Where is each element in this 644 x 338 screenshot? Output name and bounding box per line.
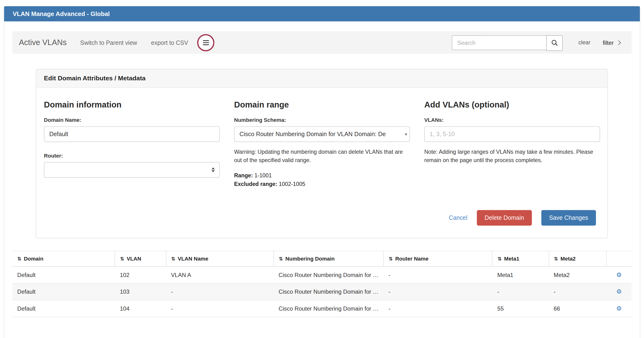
sort-icon: ⇅ — [279, 256, 283, 261]
cell-domain: Default — [12, 283, 115, 300]
column-label: VLAN Name — [178, 256, 208, 262]
cell-vlan: 104 — [115, 300, 166, 317]
numbering-warning-text: Warning: Updating the numbering domain c… — [234, 148, 410, 165]
select-stepper-icon — [212, 167, 215, 172]
excluded-range-label: Excluded range: — [234, 181, 277, 187]
column-header-numbering-domain[interactable]: ⇅Numbering Domain — [274, 251, 383, 266]
excluded-range-value: 1002-1005 — [277, 181, 305, 187]
numbering-schema-value: Cisco Router Numbering Domain for VLAN D… — [240, 131, 392, 138]
cell-vlan-name: - — [166, 300, 274, 317]
search-input[interactable] — [452, 35, 546, 50]
column-header-vlan-name[interactable]: ⇅VLAN Name — [166, 251, 274, 266]
cell-numbering-domain: Cisco Router Numbering Domain for … — [274, 266, 383, 283]
sort-icon: ⇅ — [388, 256, 393, 261]
edit-domain-panel-title: Edit Domain Attributes / Metadata — [36, 69, 607, 88]
delete-domain-button[interactable]: Delete Domain — [477, 210, 532, 225]
gear-icon[interactable]: ⚙ — [616, 305, 622, 312]
cell-meta1: Meta1 — [492, 266, 549, 283]
table-body: Default 102 VLAN A Cisco Router Numberin… — [12, 266, 632, 317]
page: VLAN Manage Advanced - Global Active VLA… — [0, 6, 644, 338]
vlans-label: VLANs: — [424, 117, 600, 123]
domain-information-section: Domain information Domain Name: Router: — [44, 98, 220, 188]
table-header: ⇅Domain ⇅VLAN ⇅VLAN Name ⇅Numbering Doma… — [12, 251, 632, 266]
column-header-actions — [606, 251, 632, 266]
vlans-table: ⇅Domain ⇅VLAN ⇅VLAN Name ⇅Numbering Doma… — [12, 251, 632, 317]
column-header-vlan[interactable]: ⇅VLAN — [115, 251, 166, 266]
vlans-note-text: Note: Adding large ranges of VLANs may t… — [424, 148, 600, 165]
cell-vlan-name: VLAN A — [166, 266, 274, 283]
router-label: Router: — [44, 153, 220, 159]
cell-vlan: 103 — [115, 283, 166, 300]
cell-router-name: - — [384, 300, 492, 317]
column-label: Router Name — [395, 256, 428, 262]
column-label: Meta1 — [504, 256, 519, 262]
router-select[interactable] — [44, 162, 220, 177]
column-header-meta1[interactable]: ⇅Meta1 — [492, 251, 549, 266]
domain-information-heading: Domain information — [44, 100, 220, 110]
numbering-schema-select[interactable]: Cisco Router Numbering Domain for VLAN D… — [234, 126, 410, 142]
cell-domain: Default — [12, 300, 115, 317]
cell-numbering-domain: Cisco Router Numbering Domain for … — [274, 283, 383, 300]
add-vlans-heading: Add VLANs (optional) — [424, 100, 600, 110]
page-title: Active VLANs — [19, 38, 66, 47]
edit-domain-panel-body: Domain information Domain Name: Router: — [36, 88, 607, 238]
cell-vlan-name: - — [166, 283, 274, 300]
cell-meta2: Meta2 — [549, 266, 606, 283]
column-label: VLAN — [127, 256, 141, 262]
cell-domain: Default — [12, 266, 115, 283]
main-card: VLAN Manage Advanced - Global Active VLA… — [4, 6, 640, 338]
range-label: Range: — [234, 172, 253, 178]
cell-meta1: 55 — [492, 300, 549, 317]
range-info: Range: 1-1001 Excluded range: 1002-1005 — [234, 171, 410, 188]
hamburger-menu-icon[interactable] — [197, 34, 214, 51]
filter-link[interactable]: filter — [603, 39, 620, 46]
sort-icon: ⇅ — [17, 256, 21, 261]
edit-domain-columns: Domain information Domain Name: Router: — [44, 98, 600, 188]
save-changes-button[interactable]: Save Changes — [541, 210, 596, 225]
sort-icon: ⇅ — [554, 256, 558, 261]
window-title: VLAN Manage Advanced - Global — [4, 6, 640, 21]
domain-name-field[interactable] — [44, 126, 220, 142]
vlans-field[interactable] — [424, 126, 600, 142]
cell-meta1: - — [492, 283, 549, 300]
toolbar: Active VLANs Switch to Parent view expor… — [12, 31, 632, 54]
gear-icon[interactable]: ⚙ — [616, 288, 622, 295]
column-header-meta2[interactable]: ⇅Meta2 — [549, 251, 606, 266]
add-vlans-section: Add VLANs (optional) VLANs: Note: Adding… — [424, 98, 600, 188]
column-header-domain[interactable]: ⇅Domain — [12, 251, 115, 266]
card-body: Active VLANs Switch to Parent view expor… — [4, 21, 640, 338]
domain-range-section: Domain range Numbering Schema: Cisco Rou… — [234, 98, 410, 188]
excluded-range-line: Excluded range: 1002-1005 — [234, 180, 410, 188]
domain-range-heading: Domain range — [234, 100, 410, 110]
cell-router-name: - — [384, 266, 492, 283]
sort-icon: ⇅ — [120, 256, 124, 261]
cell-vlan: 102 — [115, 266, 166, 283]
cell-meta2: 66 — [549, 300, 606, 317]
search-group — [452, 35, 563, 50]
numbering-schema-label: Numbering Schema: — [234, 117, 410, 123]
sort-icon: ⇅ — [171, 256, 175, 261]
gear-icon[interactable]: ⚙ — [616, 271, 622, 278]
cell-meta2: - — [549, 283, 606, 300]
table-row: Default 102 VLAN A Cisco Router Numberin… — [12, 266, 632, 283]
search-button[interactable] — [546, 35, 563, 50]
magnifier-icon — [551, 39, 558, 46]
range-value: 1-1001 — [253, 172, 272, 178]
cancel-button[interactable]: Cancel — [449, 214, 467, 221]
chevron-right-icon — [616, 40, 621, 45]
clear-link[interactable]: clear — [578, 39, 590, 45]
chevron-down-icon: ▾ — [404, 132, 407, 136]
table-row: Default 103 - Cisco Router Numbering Dom… — [12, 283, 632, 300]
cell-router-name: - — [384, 283, 492, 300]
panel-actions: Cancel Delete Domain Save Changes — [44, 210, 600, 225]
column-label: Numbering Domain — [286, 256, 335, 262]
sort-icon: ⇅ — [498, 256, 502, 261]
column-label: Domain — [24, 256, 44, 262]
column-header-router-name[interactable]: ⇅Router Name — [384, 251, 492, 266]
edit-domain-panel: Edit Domain Attributes / Metadata Domain… — [36, 69, 608, 238]
export-to-csv-link[interactable]: export to CSV — [151, 39, 188, 46]
filter-label: filter — [603, 39, 614, 46]
range-line: Range: 1-1001 — [234, 171, 410, 180]
column-label: Meta2 — [560, 256, 576, 262]
switch-to-parent-view-link[interactable]: Switch to Parent view — [80, 39, 137, 46]
